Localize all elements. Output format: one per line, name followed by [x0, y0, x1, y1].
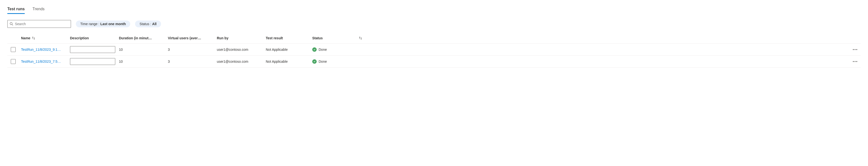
- virtual-users-cell: 3: [166, 46, 215, 53]
- filter-time-range-value: Last one month: [100, 22, 126, 26]
- col-header-description[interactable]: Description: [68, 35, 117, 42]
- col-header-virtual-users[interactable]: Virtual users (aver…: [166, 35, 215, 42]
- description-input[interactable]: [70, 46, 115, 53]
- check-circle-icon: [312, 59, 317, 64]
- table-header: Name Description Duration (in minut… Vir…: [7, 33, 861, 44]
- col-header-status[interactable]: Status: [310, 35, 354, 42]
- test-run-name-link[interactable]: TestRun_11/8/2023_9:1…: [21, 48, 61, 51]
- filter-time-range-label: Time range :: [80, 22, 99, 26]
- filter-time-range[interactable]: Time range : Last one month: [76, 20, 130, 27]
- virtual-users-cell: 3: [166, 58, 215, 65]
- duration-cell: 10: [117, 58, 166, 65]
- more-actions-button[interactable]: [852, 60, 858, 63]
- description-input[interactable]: [70, 58, 115, 65]
- col-header-test-result[interactable]: Test result: [264, 35, 310, 42]
- filter-row: Time range : Last one month Status : All: [7, 20, 861, 28]
- duration-cell: 10: [117, 46, 166, 53]
- col-header-name[interactable]: Name: [19, 35, 68, 42]
- run-by-cell: user1@contoso.com: [215, 46, 264, 53]
- test-runs-table: Name Description Duration (in minut… Vir…: [7, 33, 861, 68]
- status-text: Done: [319, 48, 327, 51]
- row-checkbox[interactable]: [11, 47, 16, 52]
- search-icon: [9, 22, 13, 26]
- status-badge: Done: [312, 47, 327, 52]
- svg-point-0: [10, 23, 12, 25]
- search-input[interactable]: [15, 22, 69, 26]
- check-circle-icon: [312, 47, 317, 52]
- svg-line-1: [12, 25, 13, 26]
- test-run-name-link[interactable]: TestRun_11/8/2023_7:5…: [21, 59, 61, 64]
- table-row: TestRun_11/8/2023_7:5… 10 3 user1@contos…: [7, 56, 861, 68]
- tabs-bar: Test runs Trends: [7, 5, 861, 14]
- search-box[interactable]: [7, 20, 71, 28]
- row-checkbox[interactable]: [11, 59, 16, 64]
- tab-trends[interactable]: Trends: [33, 5, 44, 14]
- col-header-sort-extra[interactable]: [354, 35, 367, 42]
- sort-icon[interactable]: [32, 36, 35, 40]
- col-header-checkbox: [7, 35, 19, 42]
- col-header-duration[interactable]: Duration (in minut…: [117, 35, 166, 42]
- col-header-name-label: Name: [21, 36, 30, 40]
- filter-status-value: All: [152, 22, 157, 26]
- more-actions-button[interactable]: [852, 48, 858, 51]
- filter-status[interactable]: Status : All: [135, 20, 161, 27]
- col-header-actions: [367, 35, 861, 42]
- tab-test-runs[interactable]: Test runs: [7, 5, 25, 14]
- status-text: Done: [319, 59, 327, 64]
- run-by-cell: user1@contoso.com: [215, 58, 264, 65]
- col-header-run-by[interactable]: Run by: [215, 35, 264, 42]
- sort-icon[interactable]: [359, 36, 362, 40]
- status-badge: Done: [312, 59, 327, 64]
- test-result-cell: Not Applicable: [264, 58, 310, 65]
- table-row: TestRun_11/8/2023_9:1… 10 3 user1@contos…: [7, 44, 861, 56]
- test-result-cell: Not Applicable: [264, 46, 310, 53]
- filter-status-label: Status :: [140, 22, 151, 26]
